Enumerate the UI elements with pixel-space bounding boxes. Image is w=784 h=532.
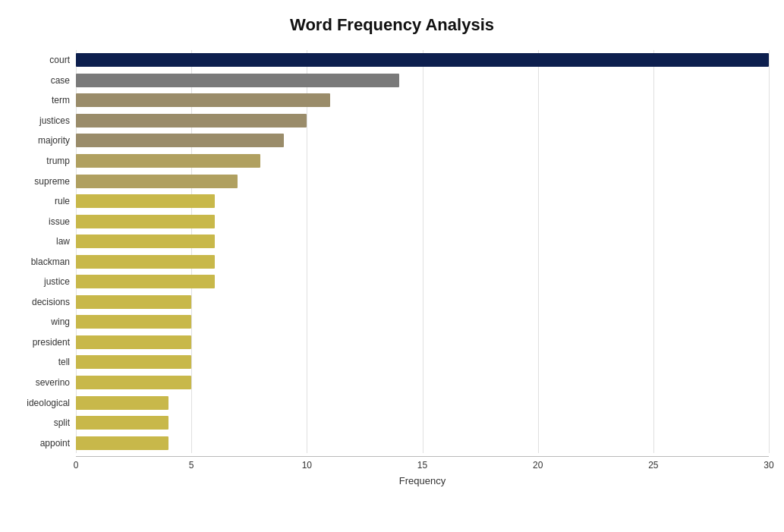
- bar-law: [76, 235, 215, 248]
- bar-row: [76, 171, 769, 191]
- x-tick: 0: [74, 457, 79, 471]
- y-label: majority: [38, 131, 70, 151]
- y-label: severino: [36, 373, 70, 393]
- y-label: decisions: [32, 292, 70, 313]
- bar-row: [76, 332, 769, 353]
- y-label: ideological: [27, 392, 70, 413]
- y-label: trump: [46, 151, 70, 172]
- y-label: court: [49, 50, 70, 71]
- bar-split: [76, 416, 168, 430]
- y-label: tell: [58, 352, 70, 373]
- bar-row: [76, 90, 769, 111]
- y-label: justices: [39, 111, 70, 131]
- y-label: blackman: [31, 251, 70, 272]
- bar-row: [76, 191, 769, 212]
- bar-row: [76, 251, 769, 272]
- x-tick: 5: [189, 457, 194, 471]
- y-label: appoint: [40, 433, 70, 453]
- bar-wing: [76, 315, 191, 329]
- x-tick: 30: [764, 457, 773, 471]
- x-ticks: 051015202530: [76, 457, 769, 472]
- bar-row: [76, 111, 769, 131]
- bar-row: [76, 131, 769, 151]
- y-label: law: [56, 231, 70, 252]
- bar-justice: [76, 275, 215, 288]
- bar-justices: [76, 114, 307, 127]
- bar-term: [76, 93, 330, 107]
- bar-blackman: [76, 255, 215, 269]
- bar-majority: [76, 134, 284, 147]
- y-label: supreme: [34, 171, 70, 191]
- bar-court: [76, 53, 769, 67]
- bar-rule: [76, 194, 215, 208]
- bar-issue: [76, 215, 215, 228]
- x-tick: 20: [533, 457, 543, 471]
- bar-row: [76, 433, 769, 453]
- bar-row: [76, 373, 769, 393]
- bar-supreme: [76, 175, 238, 188]
- chart-area: courtcasetermjusticesmajoritytrumpsuprem…: [15, 50, 769, 453]
- x-tick: 15: [417, 457, 427, 471]
- bar-row: [76, 151, 769, 172]
- bar-row: [76, 231, 769, 252]
- bar-row: [76, 50, 769, 71]
- y-label: president: [33, 332, 70, 353]
- bar-case: [76, 74, 399, 87]
- bar-row: [76, 272, 769, 292]
- bar-ideological: [76, 396, 168, 410]
- grid-line: [769, 50, 770, 453]
- x-tick: 10: [302, 457, 312, 471]
- chart-container: Word Frequency Analysis courtcasetermjus…: [0, 0, 784, 532]
- chart-title: Word Frequency Analysis: [290, 15, 494, 35]
- bar-row: [76, 413, 769, 433]
- bar-president: [76, 335, 191, 349]
- bar-row: [76, 71, 769, 91]
- bar-row: [76, 292, 769, 313]
- bar-decisions: [76, 295, 191, 309]
- bar-row: [76, 352, 769, 373]
- y-labels: courtcasetermjusticesmajoritytrumpsuprem…: [15, 50, 76, 453]
- y-label: case: [51, 71, 70, 91]
- bar-row: [76, 392, 769, 413]
- bar-appoint: [76, 436, 168, 450]
- bar-tell: [76, 355, 191, 369]
- x-tick: 25: [648, 457, 658, 471]
- bars-and-grid: [76, 50, 769, 453]
- y-label: split: [54, 413, 70, 433]
- bar-row: [76, 312, 769, 332]
- x-axis-label: Frequency: [76, 475, 769, 486]
- y-label: issue: [49, 211, 70, 231]
- bar-row: [76, 211, 769, 231]
- y-label: justice: [44, 272, 70, 292]
- y-label: term: [52, 90, 70, 111]
- bar-severino: [76, 376, 191, 389]
- bars-wrapper: [76, 50, 769, 453]
- y-label: wing: [51, 312, 70, 332]
- bar-trump: [76, 154, 260, 168]
- y-label: rule: [55, 191, 70, 212]
